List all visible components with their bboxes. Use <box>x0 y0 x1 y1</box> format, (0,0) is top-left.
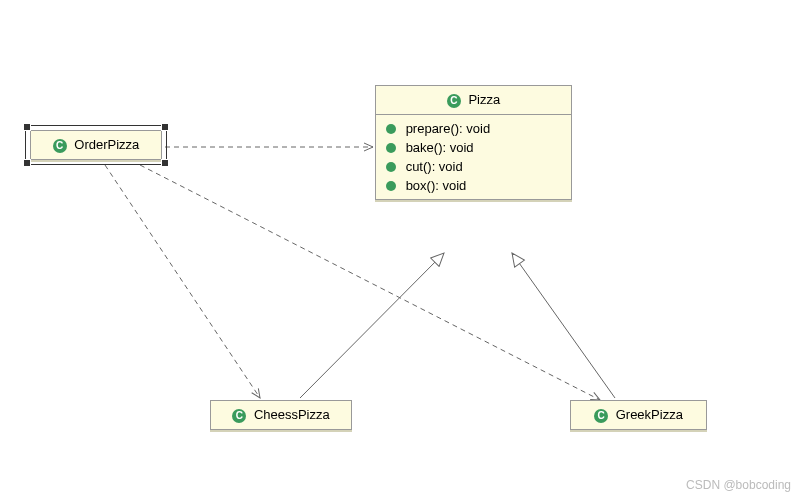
resize-handle[interactable] <box>23 123 31 131</box>
dep-orderpizza-cheesspizza <box>105 165 260 398</box>
resize-handle[interactable] <box>161 123 169 131</box>
class-pizza[interactable]: C Pizza prepare(): void bake(): void cut… <box>375 85 572 200</box>
dep-orderpizza-greekpizza <box>140 165 600 400</box>
method-label: cut(): void <box>406 159 463 174</box>
class-orderpizza-name: OrderPizza <box>74 137 139 152</box>
class-cheesspizza[interactable]: C CheessPizza <box>210 400 352 430</box>
method-row: cut(): void <box>386 157 561 176</box>
class-cheesspizza-header: C CheessPizza <box>211 401 351 429</box>
class-greekpizza-name: GreekPizza <box>616 407 683 422</box>
method-label: box(): void <box>406 178 467 193</box>
class-orderpizza-header: C OrderPizza <box>31 131 161 159</box>
resize-handle[interactable] <box>161 159 169 167</box>
class-greekpizza-header: C GreekPizza <box>571 401 706 429</box>
public-method-icon <box>386 162 396 172</box>
class-icon: C <box>447 94 461 108</box>
public-method-icon <box>386 124 396 134</box>
method-row: prepare(): void <box>386 119 561 138</box>
class-greekpizza[interactable]: C GreekPizza <box>570 400 707 430</box>
class-icon: C <box>232 409 246 423</box>
gen-greekpizza-pizza <box>512 253 615 398</box>
class-pizza-header: C Pizza <box>376 86 571 115</box>
watermark: CSDN @bobcoding <box>686 478 791 492</box>
class-pizza-name: Pizza <box>468 92 500 107</box>
public-method-icon <box>386 181 396 191</box>
method-row: box(): void <box>386 176 561 195</box>
public-method-icon <box>386 143 396 153</box>
class-orderpizza[interactable]: C OrderPizza <box>30 130 162 160</box>
class-icon: C <box>53 139 67 153</box>
class-pizza-methods: prepare(): void bake(): void cut(): void… <box>376 115 571 199</box>
method-label: prepare(): void <box>406 121 491 136</box>
resize-handle[interactable] <box>23 159 31 167</box>
gen-cheesspizza-pizza <box>300 253 444 398</box>
class-icon: C <box>594 409 608 423</box>
method-row: bake(): void <box>386 138 561 157</box>
method-label: bake(): void <box>406 140 474 155</box>
class-cheesspizza-name: CheessPizza <box>254 407 330 422</box>
